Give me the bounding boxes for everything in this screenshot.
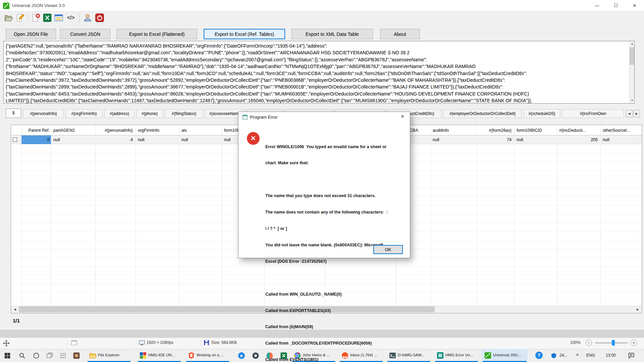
scroll-down-icon[interactable]: ▼	[629, 98, 635, 103]
taskbar-hmg-ide[interactable]: HMG-IDE UN...	[137, 349, 182, 362]
json-line: {"taxClaimedOwnHands":3972,"taxDeductedO…	[6, 77, 626, 83]
close-button[interactable]: ✕	[625, 0, 644, 11]
col-header-ais[interactable]: ais	[181, 126, 220, 135]
tab-filingstatus[interactable]: #{filingStatus}	[165, 109, 203, 118]
tray-app-icon[interactable]	[549, 349, 559, 362]
toolbar: </>	[0, 11, 644, 27]
about-button[interactable]: About	[380, 29, 420, 39]
help-icon[interactable]: ?	[535, 352, 543, 359]
cell-form10ibicid[interactable]: null	[517, 135, 555, 144]
cell-auditinfo[interactable]: null	[433, 135, 475, 144]
export-excel-flattened-button[interactable]: Export to Excel (Flattened)	[116, 29, 197, 39]
tray-temperature[interactable]: 24...	[559, 353, 567, 358]
task-view-icon[interactable]	[43, 349, 56, 362]
pinned-app-grid-icon[interactable]	[56, 349, 70, 362]
edge-icon[interactable]: e	[235, 349, 248, 362]
exit-icon[interactable]	[95, 13, 105, 23]
xml-code-icon[interactable]: </>	[65, 13, 76, 23]
maximize-button[interactable]: ☐	[606, 0, 625, 11]
col-header-partagen2[interactable]: partAGEN2	[53, 126, 94, 135]
cell-othersource[interactable]: null	[603, 135, 640, 144]
col-header-incdeducti[interactable]: #{incDeducti...	[559, 126, 599, 135]
error-stack-line: Called from EXPORTTABLES(43)	[265, 308, 388, 313]
col-header-form10ibicid[interactable]: form10IBICID	[517, 126, 555, 135]
tray-chevron-icon[interactable]: ^	[576, 353, 579, 358]
tab-orgfirminfo[interactable]: #{orgFirmInfo}	[66, 109, 102, 118]
json-line: {"taxClaimedOwnHands":6453,"taxDeductedO…	[6, 90, 626, 97]
vertical-scrollbar[interactable]: ▲ ▼	[629, 41, 635, 103]
zoom-out-icon[interactable]: −	[586, 340, 592, 346]
tab-scroll-right-icon[interactable]: ▶	[633, 110, 640, 117]
cell-ais[interactable]: null	[181, 135, 220, 144]
scroll-left-icon[interactable]: ◀	[11, 306, 18, 312]
json-source-textarea[interactable]: {"partAGEN2":null,"personalInfo":{"fathe…	[3, 41, 635, 104]
edit-json-icon[interactable]	[15, 13, 25, 23]
tab-personalinfo[interactable]: #{personalInfo}	[23, 109, 64, 118]
capture-dimensions: 644 × 362px	[147, 340, 173, 345]
tab-employerordeductor[interactable]: #{employerOrDeductorOrCollectDetl}	[443, 109, 522, 118]
browser-circle-icon[interactable]	[249, 349, 262, 362]
cell-form26as[interactable]: 74	[476, 135, 512, 144]
cell-personalinfo[interactable]: 4	[95, 135, 133, 144]
window-preview-icon	[71, 340, 77, 346]
zoom-in-icon[interactable]: +	[631, 340, 637, 346]
taskbar-file-explorer[interactable]: File Explorer	[87, 349, 131, 362]
scroll-up-icon[interactable]: ▲	[629, 41, 635, 47]
grid-line	[430, 125, 431, 306]
col-header-orgfirminfo[interactable]: orgFirmInfo	[138, 126, 177, 135]
cortana-icon[interactable]	[30, 349, 43, 362]
cell-orgfirminfo[interactable]: null	[138, 135, 177, 144]
grid-line	[179, 125, 179, 306]
scroll-right-icon[interactable]: ▶	[634, 306, 641, 312]
monitor-icon	[139, 340, 145, 346]
row-checkbox[interactable]	[13, 137, 17, 142]
ok-button[interactable]: OK	[373, 245, 403, 254]
tab-root[interactable]: $	[6, 109, 21, 118]
search-icon[interactable]	[15, 349, 29, 362]
error-line: The name does not contain any of the fol…	[265, 209, 388, 215]
col-header-personalinfo[interactable]: #{personalInfo}	[95, 126, 133, 135]
move-tool-icon[interactable]	[3, 340, 10, 347]
col-header-parent-ref[interactable]: Parent Ref.	[21, 126, 50, 135]
minimize-button[interactable]: —	[588, 0, 606, 11]
taskbar-hmg-sam-folder[interactable]: D:\HMG-SAM...	[386, 349, 431, 362]
col-header-othersource[interactable]: otherSourceI...	[603, 126, 640, 135]
grid-line	[514, 125, 515, 306]
hmg-error-icon	[437, 352, 444, 359]
tab-scheduleos[interactable]: #{scheduleOS}	[524, 109, 560, 118]
tab-scroll-left-icon[interactable]: ◀	[626, 110, 633, 117]
user-icon[interactable]	[83, 13, 93, 23]
zoom-slider[interactable]	[595, 342, 628, 344]
options-icon[interactable]	[54, 13, 64, 23]
cell-partagen2[interactable]: null	[53, 135, 94, 144]
export-xml-data-table-button[interactable]: Export to XML Data Table	[291, 29, 373, 39]
tray-clock[interactable]: 13:00	[606, 353, 616, 358]
taskbar-brave[interactable]: Working on a ...	[185, 349, 230, 362]
tab-phone[interactable]: #{phone}	[137, 109, 163, 118]
zoom-slider-thumb[interactable]	[612, 340, 615, 346]
error-line: \ / ? * [ or ]	[265, 226, 388, 231]
json-line: BHOSREKAR","status":"IND","capacity":"Se…	[6, 70, 626, 77]
col-header-auditinfo[interactable]: auditInfo	[433, 126, 475, 135]
drive-folder-icon	[389, 352, 396, 359]
open-json-file-button[interactable]: Open JSON File	[6, 29, 56, 39]
taskbar-hmg-error[interactable]: HMG Error Un...	[434, 349, 479, 362]
cell-parent-ref-selected[interactable]: 0	[21, 135, 51, 144]
scrollbar-thumb[interactable]	[630, 47, 635, 65]
excel-export-icon[interactable]	[42, 13, 52, 23]
convert-json-button[interactable]: Convert JSON	[60, 29, 110, 39]
json-line: {"mobileNoSec":9730020911,"emailAddress"…	[6, 49, 626, 56]
close-file-icon[interactable]	[31, 13, 41, 23]
taskbar-universal-json-viewer[interactable]: Universal JSO...	[482, 349, 528, 362]
tab-address[interactable]: #{address}	[104, 109, 135, 118]
notification-center-icon[interactable]	[625, 349, 638, 362]
export-excel-ref-tables-button[interactable]: Export to Excel (Ref. Tables)	[204, 29, 285, 39]
cell-incdeducti[interactable]: 205	[557, 135, 598, 144]
start-button-icon[interactable]	[1, 349, 14, 362]
tab-incfromown[interactable]: #{incFromOwn	[562, 109, 624, 118]
dialog-close-icon[interactable]: ✕	[395, 112, 410, 121]
col-header-form26as[interactable]: #{form26as}	[476, 126, 512, 135]
open-file-icon[interactable]	[3, 13, 13, 23]
tray-language[interactable]: ENG	[586, 353, 595, 358]
pinned-app-icon[interactable]	[70, 349, 83, 362]
